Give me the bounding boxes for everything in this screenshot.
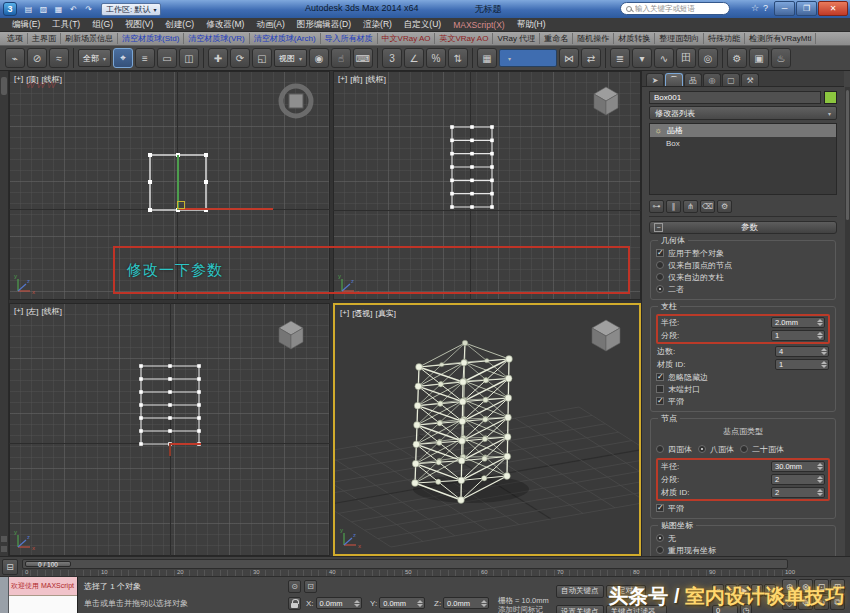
angle-snap-toggle[interactable]: ∠ [404, 48, 424, 68]
edit-named-selection-sets[interactable]: ▦ [477, 48, 497, 68]
menu-item[interactable]: MAXScript(X) [447, 20, 510, 30]
modifier-stack-item-lattice[interactable]: ☼ 晶格 [650, 124, 836, 137]
select-object[interactable]: ⌖ [113, 48, 133, 68]
graphite-modeling-tools[interactable]: ▾ [632, 48, 652, 68]
time-slider-grip[interactable]: 0 / 100 [25, 561, 71, 567]
tab-hierarchy[interactable]: 品 [684, 73, 702, 86]
application-menu-button[interactable]: 3 [3, 2, 17, 16]
new-file-icon[interactable]: ▤ [22, 3, 35, 16]
viewcube[interactable] [589, 83, 623, 119]
script-button[interactable]: 清空材质球(Arch) [250, 33, 321, 44]
workspace-selector[interactable]: 工作区: 默认▾ [101, 3, 161, 16]
script-button[interactable]: 刷新场景信息 [61, 33, 118, 44]
spinner-arrows[interactable] [481, 598, 487, 608]
viewport-menu-pov[interactable]: [左] [26, 306, 38, 317]
object-name-field[interactable]: Box001 [649, 91, 821, 104]
z-coordinate-field[interactable]: 0.0mm [443, 597, 489, 609]
radio-option[interactable]: 八面体 [698, 443, 734, 455]
remove-modifier-icon[interactable]: ⌫ [700, 200, 715, 213]
modifier-visibility-bulb-icon[interactable]: ☼ [654, 126, 663, 135]
open-mini-curve-editor-icon[interactable]: ⊟ [2, 559, 18, 575]
tab-display[interactable]: ▢ [722, 73, 740, 86]
radio-option[interactable]: 二十面体 [740, 443, 784, 455]
auto-key-button[interactable]: 自动关键点 [556, 585, 604, 598]
radio-option[interactable]: 重用现有坐标 [656, 544, 830, 556]
spinner-arrows[interactable] [821, 360, 827, 369]
select-and-link[interactable]: ⌁ [5, 48, 25, 68]
spinner-field[interactable]: 30.0mm [771, 461, 825, 472]
script-button[interactable]: 材质转换 [614, 33, 655, 44]
selection-filter-dropdown[interactable]: 全部▾ [78, 49, 111, 67]
menu-item[interactable]: 组(G) [86, 19, 119, 31]
spinner-snap-toggle[interactable]: ⇅ [448, 48, 468, 68]
named-selection-sets[interactable]: ▾ [499, 49, 557, 67]
script-button[interactable]: 清空材质球(Std) [118, 33, 184, 44]
make-unique-icon[interactable]: ⋔ [683, 200, 698, 213]
pin-stack-icon[interactable]: ⊶ [649, 200, 664, 213]
undo-icon[interactable]: ↶ [67, 3, 80, 16]
maxscript-mini-listener[interactable]: 欢迎使用 MAXScript [0, 577, 78, 613]
tab-utilities[interactable]: ⚒ [741, 73, 759, 86]
viewport-menu-general[interactable]: [+] [338, 74, 347, 85]
window-crossing-toggle[interactable]: ◫ [179, 48, 199, 68]
script-button[interactable]: 清空材质球(VR) [184, 33, 249, 44]
checkbox-option[interactable]: 末端封口 [656, 383, 830, 395]
align[interactable]: ⇄ [581, 48, 601, 68]
menu-item[interactable]: 工具(T) [46, 19, 86, 31]
viewport-menu-general[interactable]: [+] [14, 74, 23, 85]
radio-option[interactable]: 四面体 [656, 443, 692, 455]
modifier-stack-item-box[interactable]: Box [650, 137, 836, 150]
time-slider-track[interactable]: 0 / 100 [22, 559, 788, 569]
script-button[interactable]: 检测所有VRayMtl [745, 33, 816, 44]
spinner-arrows[interactable] [817, 318, 823, 327]
viewport-menu-general[interactable]: [+] [340, 308, 349, 319]
open-file-icon[interactable]: ▨ [37, 3, 50, 16]
configure-modifier-sets-icon[interactable]: ⚙ [717, 200, 732, 213]
percent-snap-toggle[interactable]: % [426, 48, 446, 68]
layout-option-icon[interactable] [1, 546, 7, 552]
script-button[interactable]: 英文VRay AO [435, 33, 493, 44]
spinner-arrows[interactable] [817, 462, 823, 471]
viewport-menu-pov[interactable]: [透视] [352, 308, 372, 319]
spinner-field[interactable]: 4 [775, 346, 829, 357]
radio-option[interactable]: 二者 [656, 283, 830, 295]
show-end-result-icon[interactable]: ∥ [666, 200, 681, 213]
x-coordinate-field[interactable]: 0.0mm [316, 597, 362, 609]
spinner-field[interactable]: 1 [771, 330, 825, 341]
viewcube[interactable] [274, 79, 318, 123]
gizmo-x-axis[interactable] [169, 443, 201, 445]
menu-item[interactable]: 自定义(U) [398, 19, 447, 31]
spinner-arrows[interactable] [417, 598, 423, 608]
tab-motion[interactable]: ◎ [703, 73, 721, 86]
keyboard-shortcut-override[interactable]: ⌨ [353, 48, 373, 68]
radio-option[interactable]: 仅来自顶点的节点 [656, 259, 830, 271]
bind-to-space-warp[interactable]: ≈ [49, 48, 69, 68]
script-button[interactable]: 中文VRay AO [378, 33, 436, 44]
spinner-field[interactable]: 2 [771, 487, 825, 498]
script-button[interactable]: 重命名 [540, 33, 573, 44]
schematic-view[interactable]: 田 [676, 48, 696, 68]
checkbox-option[interactable]: 忽略隐藏边 [656, 371, 830, 383]
viewport-left[interactable]: [+] [左] [线框] xyz [9, 303, 330, 556]
maximize-button[interactable]: ❐ [796, 1, 817, 16]
layout-add-icon[interactable] [1, 536, 7, 542]
script-button[interactable]: 选项 [3, 33, 28, 44]
select-and-rotate[interactable]: ⟳ [230, 48, 250, 68]
viewport-menu-shading[interactable]: [真实] [376, 308, 396, 319]
menu-item[interactable]: 视图(V) [119, 19, 159, 31]
object-color-swatch[interactable] [824, 91, 837, 104]
menu-item[interactable]: 渲染(R) [357, 19, 398, 31]
render-production[interactable]: ♨ [771, 48, 791, 68]
gizmo-x-axis[interactable] [177, 208, 273, 210]
menu-item[interactable]: 编辑(E) [6, 19, 46, 31]
script-button[interactable]: 主界面 [28, 33, 61, 44]
checkbox-option[interactable]: 平滑 [656, 502, 830, 514]
add-time-tag[interactable]: 添加时间标记 [498, 605, 543, 613]
menu-item[interactable]: 动画(A) [250, 19, 290, 31]
minimize-button[interactable]: ─ [774, 1, 795, 16]
spinner-field[interactable]: 2.0mm [771, 317, 825, 328]
favorites-star-icon[interactable]: ☆ [751, 3, 759, 14]
rendered-frame-window[interactable]: ▣ [749, 48, 769, 68]
viewport-menu-pov[interactable]: [前] [350, 74, 362, 85]
reference-coordinate-system[interactable]: 视图▾ [274, 49, 307, 67]
